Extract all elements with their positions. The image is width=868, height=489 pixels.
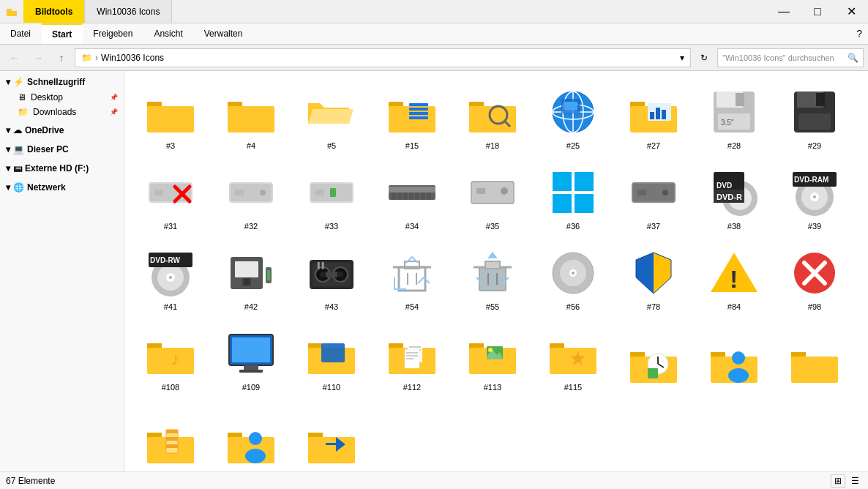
icon-image-r5 [144, 417, 197, 469]
help-icon[interactable]: ? [856, 28, 862, 40]
svg-text:▐▐: ▐▐ [315, 261, 324, 269]
icon-image-55 [466, 247, 519, 299]
path-text: Win10036 Icons [101, 53, 164, 63]
icon-cell-36[interactable]: #36 [533, 157, 613, 238]
icon-image-37 [627, 166, 680, 219]
sidebar-item-downloads[interactable]: 📁 Downloads 📌 [0, 105, 124, 119]
icon-label-31: #31 [164, 222, 177, 231]
icon-cell-4[interactable]: #4 [211, 77, 291, 157]
icon-image-5 [305, 86, 358, 138]
icon-cell-84[interactable]: ! #84 [694, 238, 774, 318]
icon-cell-42[interactable]: #42 [211, 238, 291, 318]
icon-cell-15[interactable]: #15 [372, 77, 452, 157]
icon-image-41: DVD-RW [144, 247, 197, 299]
view-details-icon[interactable]: ☰ [848, 475, 862, 487]
icon-image-r1 [627, 336, 680, 389]
view-large-icon[interactable]: ⊞ [831, 474, 845, 488]
icon-label-110: #110 [323, 383, 340, 392]
ribbon-tab-datei[interactable]: Datei [0, 23, 42, 44]
icon-cell-35[interactable]: #35 [452, 157, 533, 238]
icon-cell-r1[interactable] [613, 318, 694, 399]
icon-cell-78[interactable]: #78 [613, 238, 694, 318]
icon-cell-113[interactable]: #113 [452, 318, 533, 399]
icon-cell-109[interactable]: #109 [211, 318, 291, 399]
desktop-label: Desktop [31, 92, 63, 102]
icon-cell-41[interactable]: DVD-RW #41 [130, 238, 211, 318]
icon-cell-5[interactable]: #5 [291, 77, 372, 157]
svg-rect-159 [406, 358, 414, 359]
icon-cell-29[interactable]: #29 [774, 77, 855, 157]
icon-cell-r6[interactable] [211, 399, 291, 471]
icon-cell-25[interactable]: #25 [533, 77, 613, 157]
refresh-button[interactable]: ↻ [694, 48, 714, 67]
icon-cell-3[interactable]: #3 [130, 77, 211, 157]
sidebar-header-netzwerk[interactable]: ▾ 🌐 Netzwerk [0, 179, 124, 195]
icon-image-112 [386, 327, 438, 380]
address-path[interactable]: 📁 › Win10036 Icons ▾ [75, 48, 691, 67]
icon-cell-33[interactable]: #33 [291, 157, 372, 238]
icon-cell-r3[interactable] [774, 318, 855, 399]
icon-cell-54[interactable]: #54 [372, 238, 452, 318]
icon-cell-55[interactable]: #55 [452, 238, 533, 318]
icon-cell-43[interactable]: ▐▐ #43 [291, 238, 372, 318]
path-dropdown-icon[interactable]: ▾ [680, 53, 684, 63]
svg-rect-191 [166, 444, 178, 448]
icon-cell-r2[interactable] [694, 318, 774, 399]
icon-cell-39[interactable]: DVD-RAM #39 [774, 157, 855, 238]
icon-cell-108[interactable]: ♪ #108 [130, 318, 211, 399]
icon-cell-37[interactable]: #37 [613, 157, 694, 238]
icon-label-33: #33 [325, 222, 338, 231]
sidebar-header-schnellzugriff[interactable]: ▾ ⚡ Schnellzugriff [0, 74, 124, 90]
icon-image-110 [305, 327, 358, 380]
svg-rect-10 [409, 103, 428, 106]
icon-cell-30[interactable]: #30 [855, 77, 868, 157]
sidebar-header-onedrive[interactable]: ▾ ☁ OneDrive [0, 122, 124, 138]
icon-cell-56[interactable]: #56 [533, 238, 613, 318]
icon-cell-98[interactable]: #98 [774, 238, 855, 318]
svg-text:♪: ♪ [171, 348, 180, 370]
icon-cell-40[interactable]: DVD-ROM #40 [855, 157, 868, 238]
app-icon [6, 6, 18, 18]
ribbon-tab-verwalten[interactable]: Verwalten [194, 23, 254, 44]
search-box[interactable]: "Win10036 Icons" durchsuchen 🔍 [717, 48, 864, 67]
icon-cell-r4[interactable] [855, 318, 868, 399]
icon-cell-31[interactable]: #31 [130, 157, 211, 238]
icon-cell-28[interactable]: 3.5" #28 [694, 77, 774, 157]
icon-image-29 [788, 86, 841, 138]
tab-bildtools[interactable]: Bildtools [23, 0, 85, 23]
netzwerk-label: Netzwerk [27, 182, 66, 193]
onedrive-label: OneDrive [25, 125, 64, 135]
svg-rect-144 [232, 337, 270, 362]
icon-image-54 [386, 247, 438, 299]
back-button[interactable]: ← [4, 48, 25, 67]
icon-label-35: #35 [486, 222, 499, 231]
icon-cell-34[interactable]: #34 [372, 157, 452, 238]
icon-cell-r5[interactable] [130, 399, 211, 471]
sidebar-header-dieserpc[interactable]: ▾ 💻 Dieser PC [0, 141, 124, 157]
ribbon-tab-freigeben[interactable]: Freigeben [83, 23, 143, 44]
icon-cell-112[interactable]: #112 [372, 318, 452, 399]
close-button[interactable]: ✕ [834, 0, 868, 23]
icon-cell-27[interactable]: #27 [613, 77, 694, 157]
icon-label-25: #25 [566, 141, 580, 150]
icon-cell-18[interactable]: #18 [452, 77, 533, 157]
icon-cell-115[interactable]: ★ #115 [533, 318, 613, 399]
tab-win10036[interactable]: Win10036 Icons [85, 0, 172, 23]
svg-rect-39 [798, 113, 831, 130]
icon-cell-99[interactable]: ? #99 [855, 238, 868, 318]
up-button[interactable]: ↑ [51, 48, 72, 67]
icon-cell-38[interactable]: DVD DVD-R #38 [694, 157, 774, 238]
icon-cell-110[interactable]: #110 [291, 318, 372, 399]
minimize-button[interactable]: — [767, 0, 801, 23]
ribbon-tab-start[interactable]: Start [42, 23, 83, 44]
icon-cell-32[interactable]: #32 [211, 157, 291, 238]
forward-button[interactable]: → [28, 48, 48, 67]
maximize-button[interactable]: □ [801, 0, 834, 23]
icon-label-28: #28 [727, 141, 741, 150]
ribbon-tab-ansicht[interactable]: Ansicht [143, 23, 193, 44]
sidebar-item-desktop[interactable]: 🖥 Desktop 📌 [0, 90, 124, 105]
sidebar-header-externehd[interactable]: ▾ 🖴 Externe HD (F:) [0, 160, 124, 176]
icon-cell-r7[interactable] [291, 399, 372, 471]
icon-image-56 [547, 247, 599, 299]
svg-point-164 [488, 348, 493, 352]
